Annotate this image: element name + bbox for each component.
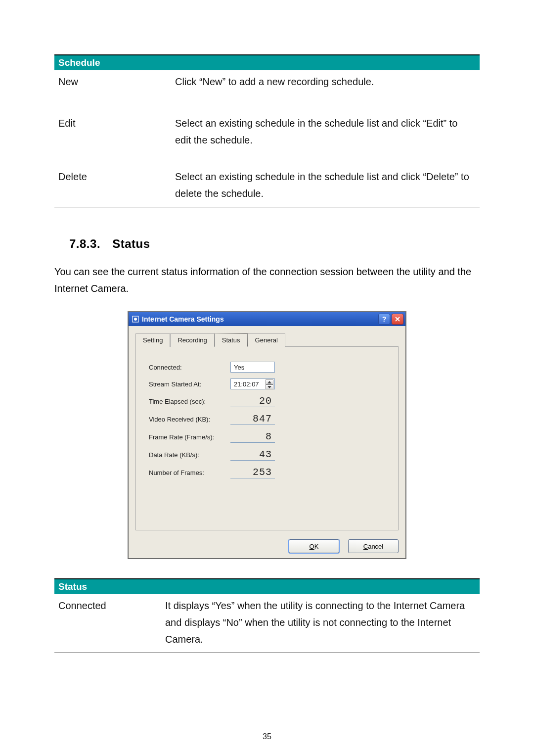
datarate-value: 43 [230,449,275,461]
dialog-body: Setting Recording Status General Connect… [129,326,405,535]
dialog-button-row: OK Cancel [129,535,405,558]
section-heading: 7.8.3. Status [69,237,480,251]
elapsed-row: Time Elapsed (sec): 20 [149,395,385,407]
datarate-label: Data Rate (KB/s): [149,451,230,459]
elapsed-label: Time Elapsed (sec): [149,398,230,405]
spin-down-icon[interactable] [266,384,273,389]
stream-label: Stream Started At: [149,380,230,388]
page-number: 35 [0,732,534,741]
spinner-buttons[interactable] [266,379,273,389]
schedule-header: Schedule [54,55,480,70]
schedule-table-header-row: Schedule [54,55,480,70]
video-row: Video Received (KB): 847 [149,413,385,425]
row-desc: Select an existing schedule in the sched… [171,153,480,207]
connected-value: Yes [230,362,275,373]
cancel-suffix: ancel [368,543,383,550]
frame-value: 8 [230,431,275,443]
table-row: Connected It displays “Yes” when the uti… [54,594,480,653]
status-table-header-row: Status [54,579,480,594]
tab-general[interactable]: General [248,333,285,347]
row-desc: Select an existing schedule in the sched… [171,95,480,153]
video-label: Video Received (KB): [149,416,230,423]
row-name: New [54,70,171,95]
frame-label: Frame Rate (Frame/s): [149,433,230,441]
row-name: Edit [54,95,171,153]
settings-dialog: Internet Camera Settings ? Setting Recor… [128,312,406,559]
tab-setting[interactable]: Setting [135,333,170,347]
section-title: Status [112,237,150,250]
app-icon [132,315,139,323]
tab-status[interactable]: Status [215,333,248,347]
ok-suffix: K [314,543,319,550]
dialog-titlebar[interactable]: Internet Camera Settings ? [129,312,405,326]
frame-row: Frame Rate (Frame/s): 8 [149,431,385,443]
status-tab-panel: Connected: Yes Stream Started At: 21:02:… [135,347,399,530]
datarate-row: Data Rate (KB/s): 43 [149,449,385,461]
table-row: Edit Select an existing schedule in the … [54,95,480,153]
dialog-title: Internet Camera Settings [142,315,378,323]
section-number: 7.8.3. [69,237,109,251]
row-desc: It displays “Yes” when the utility is co… [161,594,480,653]
help-button[interactable]: ? [378,314,390,325]
schedule-table: Schedule New Click “New” to add a new re… [54,54,480,207]
status-header: Status [54,579,480,594]
tab-recording[interactable]: Recording [170,333,214,347]
section-paragraph: You can see the current status informati… [54,263,480,297]
cancel-button[interactable]: Cancel [348,539,399,553]
close-button[interactable] [392,314,403,325]
connected-label: Connected: [149,364,230,371]
frames-row: Number of Frames: 253 [149,467,385,478]
row-desc: Click “New” to add a new recording sched… [171,70,480,95]
stream-value-spinner[interactable]: 21:02:07 [230,378,275,389]
table-row: New Click “New” to add a new recording s… [54,70,480,95]
svg-point-1 [134,318,137,321]
frames-label: Number of Frames: [149,469,230,476]
stream-row: Stream Started At: 21:02:07 [149,378,385,389]
elapsed-value: 20 [230,395,275,407]
row-name: Connected [54,594,161,653]
table-row: Delete Select an existing schedule in th… [54,153,480,207]
connected-row: Connected: Yes [149,362,385,373]
stream-value: 21:02:07 [234,380,259,388]
ok-button[interactable]: OK [289,539,339,553]
row-name: Delete [54,153,171,207]
video-value: 847 [230,413,275,425]
tab-strip: Setting Recording Status General [135,333,399,347]
status-table: Status Connected It displays “Yes” when … [54,578,480,653]
spin-up-icon[interactable] [266,379,273,384]
frames-value: 253 [230,467,275,478]
